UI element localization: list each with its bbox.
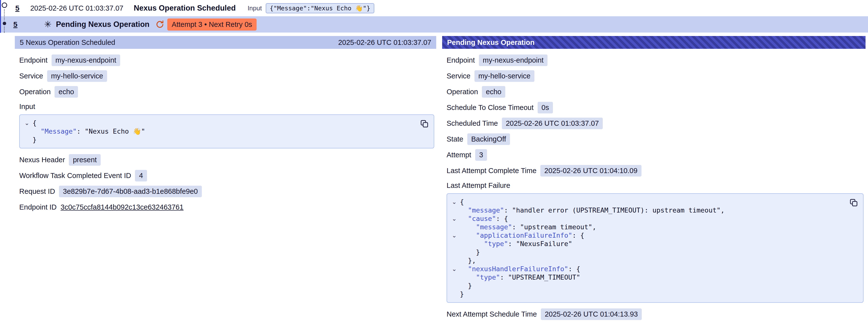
code-line: } <box>448 248 847 256</box>
field-value-badge: 2025-02-26 UTC 01:04:13.93 <box>541 309 642 320</box>
field-label: State <box>446 135 463 143</box>
gutter-spacer <box>448 273 460 282</box>
field-row-workflow-task-completed-event-id: Workflow Task Completed Event ID 4 <box>19 168 434 184</box>
gutter-spacer <box>448 282 460 290</box>
input-label: Input <box>247 4 262 12</box>
gutter-spacer <box>448 248 460 256</box>
code-text: "cause": { <box>460 215 508 223</box>
scheduled-panel-header: 5 Nexus Operation Scheduled 2025-02-26 U… <box>15 36 436 49</box>
field-row-nexus-header: Nexus Header present <box>19 152 434 168</box>
code-text: } <box>460 290 464 298</box>
field-value-badge: echo <box>482 86 505 98</box>
event-id-link[interactable]: 5 <box>15 4 20 12</box>
code-text: "message": "upstream timeout", <box>460 223 596 231</box>
gutter-spacer <box>21 136 33 144</box>
code-text: "type": "UPSTREAM_TIMEOUT" <box>460 273 580 282</box>
panel-timestamp: 2025-02-26 UTC 01:03:37.07 <box>338 38 431 46</box>
copy-icon[interactable] <box>420 119 429 129</box>
event-row-pending[interactable]: 5 ✳ Pending Nexus Operation Attempt 3 • … <box>0 16 868 33</box>
field-value-badge: 2025-02-26 UTC 01:04:10.09 <box>540 165 641 176</box>
code-text: } <box>33 136 36 144</box>
panel-title: Pending Nexus Operation <box>447 38 535 46</box>
field-row-schedule-to-close-timeout: Schedule To Close Timeout 0s <box>446 100 864 116</box>
event-row-scheduled[interactable]: 5 2025-02-26 UTC 01:03:37.07 Nexus Opera… <box>0 0 868 16</box>
copy-icon[interactable] <box>849 198 859 207</box>
field-value-badge: 3e829b7e-7d67-4b08-aad3-b1e868bfe9e0 <box>59 186 202 197</box>
gutter-spacer <box>448 290 460 298</box>
code-line: "message": "handler error (UPSTREAM_TIME… <box>448 206 847 215</box>
field-row-service: Service my-hello-service <box>19 68 434 84</box>
field-label: Service <box>19 72 43 80</box>
field-row-operation: Operation echo <box>19 84 434 100</box>
code-line: "type": "NexusFailure" <box>448 240 847 248</box>
event-detail-panels: 5 Nexus Operation Scheduled 2025-02-26 U… <box>15 36 866 322</box>
field-row-next-attempt-schedule-time: Next Attempt Schedule Time 2025-02-26 UT… <box>446 306 864 322</box>
scheduled-event-panel: 5 Nexus Operation Scheduled 2025-02-26 U… <box>15 36 436 322</box>
collapse-chevron-icon[interactable]: ⌄ <box>448 215 460 223</box>
failure-json-block: ⌄{ "message": "handler error (UPSTREAM_T… <box>446 193 864 303</box>
pending-asterisk-icon: ✳ <box>44 20 52 29</box>
timeline-connector-line <box>4 9 5 20</box>
pending-panel-body: Endpoint my-nexus-endpoint Service my-he… <box>442 49 866 322</box>
code-line: ⌄{ <box>21 119 418 127</box>
collapse-chevron-icon[interactable]: ⌄ <box>448 265 460 273</box>
code-text: "nexusHandlerFailureInfo": { <box>460 265 580 273</box>
field-label: Next Attempt Schedule Time <box>446 310 537 318</box>
field-label: Endpoint <box>19 56 48 64</box>
code-line: ⌄ "nexusHandlerFailureInfo": { <box>448 265 847 273</box>
pending-panel-header: Pending Nexus Operation <box>442 36 866 49</box>
collapse-chevron-icon[interactable]: ⌄ <box>21 119 33 127</box>
field-value-badge: my-nexus-endpoint <box>479 55 548 66</box>
input-json-block: ⌄{ "Message": "Nexus Echo 👋"} <box>19 115 434 149</box>
code-line: ⌄{ <box>448 198 847 206</box>
code-line: }, <box>448 256 847 265</box>
field-value-badge: BackingOff <box>467 133 510 145</box>
code-text: "message": "handler error (UPSTREAM_TIME… <box>460 206 725 215</box>
field-row-state: State BackingOff <box>446 131 864 147</box>
field-row-service: Service my-hello-service <box>446 68 864 84</box>
code-line: } <box>21 136 418 144</box>
code-lines: ⌄{ "message": "handler error (UPSTREAM_T… <box>448 198 847 298</box>
code-line: "message": "upstream timeout", <box>448 223 847 231</box>
field-row-last-attempt-complete-time: Last Attempt Complete Time 2025-02-26 UT… <box>446 163 864 179</box>
field-label: Scheduled Time <box>446 119 498 127</box>
timeline-event-node-icon <box>2 2 7 8</box>
field-label: Endpoint ID <box>19 203 57 211</box>
field-label: Request ID <box>19 187 55 195</box>
retry-icon <box>155 20 164 29</box>
gutter-spacer <box>21 127 33 136</box>
field-value-badge: my-nexus-endpoint <box>52 55 120 66</box>
timeline-connector-line <box>4 27 5 33</box>
field-row-endpoint-id: Endpoint ID 3c0c75ccfa8144b092c13ce63246… <box>19 199 434 215</box>
code-text: "Message": "Nexus Echo 👋" <box>33 127 145 136</box>
input-preview-chip[interactable]: {"Message":"Nexus Echo 👋"} <box>266 3 374 13</box>
code-line: } <box>448 290 847 298</box>
field-row-endpoint: Endpoint my-nexus-endpoint <box>19 52 434 68</box>
collapse-chevron-icon[interactable]: ⌄ <box>448 231 460 240</box>
field-label: Nexus Header <box>19 156 65 164</box>
code-text: } <box>460 282 472 290</box>
scheduled-panel-body: Endpoint my-nexus-endpoint Service my-he… <box>15 49 436 215</box>
collapse-chevron-icon[interactable]: ⌄ <box>448 198 460 206</box>
code-text: "applicationFailureInfo": { <box>460 231 584 240</box>
code-text: }, <box>460 256 476 265</box>
field-label: Attempt <box>446 151 471 159</box>
timeline-accent-bar <box>0 0 1 33</box>
field-label: Operation <box>19 88 51 96</box>
field-value-badge: my-hello-service <box>47 70 107 82</box>
field-row-attempt: Attempt 3 <box>446 147 864 163</box>
code-line: ⌄ "applicationFailureInfo": { <box>448 231 847 240</box>
event-id-link[interactable]: 5 <box>13 20 18 29</box>
input-section-label: Input <box>19 100 434 114</box>
field-row-operation: Operation echo <box>446 84 864 100</box>
attempt-retry-badge: Attempt 3 • Next Retry 0s <box>167 19 257 31</box>
code-line: } <box>448 282 847 290</box>
field-row-scheduled-time: Scheduled Time 2025-02-26 UTC 01:03:37.0… <box>446 116 864 131</box>
endpoint-id-link[interactable]: 3c0c75ccfa8144b092c13ce632463761 <box>61 203 184 211</box>
gutter-spacer <box>448 223 460 231</box>
code-lines: ⌄{ "Message": "Nexus Echo 👋"} <box>21 119 418 144</box>
field-value-badge: my-hello-service <box>474 70 534 82</box>
event-timestamp: 2025-02-26 UTC 01:03:37.07 <box>30 4 123 12</box>
field-label: Endpoint <box>446 56 475 64</box>
code-text: { <box>33 119 36 127</box>
